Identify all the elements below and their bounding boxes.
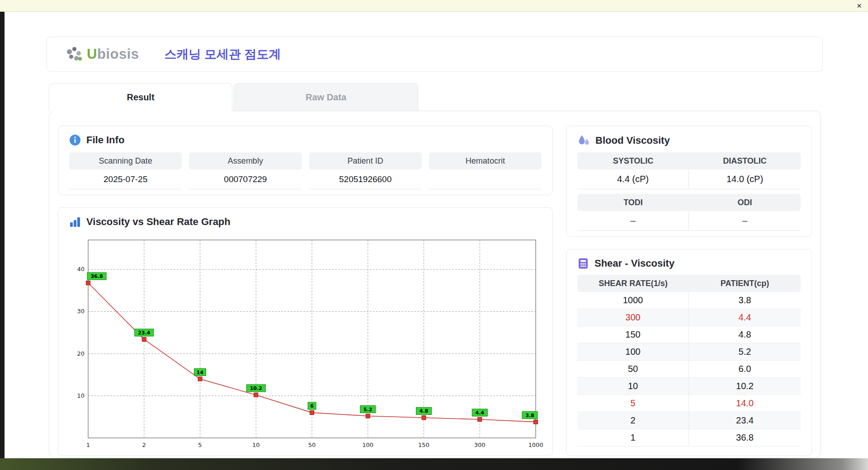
field-label: Patient ID [309, 152, 422, 169]
bar-chart-icon [69, 216, 81, 228]
svg-text:6: 6 [310, 403, 314, 409]
brand-rest: biosis [97, 46, 139, 62]
svg-text:1: 1 [86, 442, 90, 448]
odi-value: – [689, 211, 801, 231]
desktop-background [0, 458, 868, 470]
table-row: 150 4.8 [577, 326, 801, 343]
table-row: 100 5.2 [577, 343, 801, 361]
field-value: 2025-07-25 [69, 169, 182, 189]
odi-header: ODI [689, 194, 801, 211]
ubiosis-logo: Ubiosis [66, 46, 139, 62]
shear-rate-cell: 50 [577, 361, 689, 377]
window-titlebar: × [0, 0, 868, 12]
svg-text:14: 14 [197, 370, 204, 376]
systolic-diastolic-header-row: SYSTOLIC DIASTOLIC 4.4 (cP) 14.0 (cP) [577, 152, 801, 189]
shear-rate-cell: 2 [577, 412, 689, 429]
svg-text:36.8: 36.8 [90, 273, 103, 279]
main-panel: File Info Scanning Date 2025-07-25 Assem… [49, 111, 821, 458]
app-window: Ubiosis 스캐닝 모세관 점도계 Result Raw Data File… [5, 12, 868, 458]
field-hematocrit: Hematocrit [429, 152, 542, 189]
svg-text:4.4: 4.4 [476, 410, 485, 416]
file-info-fields: Scanning Date 2025-07-25 Assembly 000707… [58, 146, 552, 189]
patient-cell: 14.0 [689, 395, 801, 412]
todi-header: TODI [577, 194, 689, 211]
chart-svg: 102030401251050100150300100036.823.41410… [67, 237, 551, 454]
table-row: 10 10.2 [577, 378, 801, 395]
patient-column-header: PATIENT(cp) [689, 275, 801, 292]
graph-title: Viscosity vs Shear Rate Graph [86, 216, 231, 228]
table-row: 1000 3.8 [577, 292, 801, 309]
file-info-title: File Info [86, 134, 124, 146]
svg-text:10: 10 [77, 392, 85, 399]
table-row: 50 6.0 [577, 361, 801, 378]
patient-cell: 5.2 [689, 343, 801, 360]
svg-text:5: 5 [198, 442, 202, 448]
info-icon [69, 134, 81, 146]
brand-initial: U [87, 46, 97, 62]
tab-raw-data[interactable]: Raw Data [234, 83, 418, 111]
svg-text:30: 30 [77, 308, 85, 315]
patient-cell: 36.8 [689, 429, 801, 446]
viscosity-chart: 102030401251050100150300100036.823.41410… [67, 237, 551, 454]
field-value: 52051926600 [309, 169, 422, 189]
shear-viscosity-table: SHEAR RATE(1/s) PATIENT(cp) 1000 3.8 300… [577, 275, 801, 446]
patient-cell: 4.8 [689, 326, 801, 343]
droplet-icon [577, 134, 590, 147]
patient-cell: 6.0 [689, 361, 801, 377]
page-title: 스캐닝 모세관 점도계 [164, 46, 281, 62]
tab-result[interactable]: Result [49, 83, 232, 111]
field-assembly: Assembly 000707229 [189, 152, 302, 189]
brand-name: Ubiosis [87, 46, 139, 62]
field-scanning-date: Scanning Date 2025-07-25 [69, 152, 182, 189]
svg-text:23.4: 23.4 [138, 330, 150, 336]
svg-text:2: 2 [142, 442, 146, 448]
field-label: Assembly [189, 152, 302, 169]
svg-text:50: 50 [308, 442, 316, 448]
viscosity-graph-card: Viscosity vs Shear Rate Graph 1020304012… [58, 207, 553, 456]
shear-rate-column-header: SHEAR RATE(1/s) [577, 275, 689, 292]
svg-text:10: 10 [252, 442, 260, 448]
shear-rate-cell: 1000 [577, 292, 689, 309]
table-row: 5 14.0 [577, 395, 801, 412]
header-card: Ubiosis 스캐닝 모세관 점도계 [47, 37, 823, 72]
svg-text:5.2: 5.2 [363, 407, 373, 413]
blood-viscosity-card: Blood Viscosity SYSTOLIC DIASTOLIC 4.4 (… [566, 126, 812, 237]
blood-viscosity-title: Blood Viscosity [595, 135, 670, 146]
svg-text:100: 100 [362, 442, 373, 448]
field-value: 000707229 [189, 169, 302, 189]
field-label: Scanning Date [69, 152, 182, 169]
svg-text:4.8: 4.8 [420, 408, 429, 414]
shear-rate-cell: 300 [577, 309, 689, 326]
shear-viscosity-card: Shear - Viscosity SHEAR RATE(1/s) PATIEN… [566, 249, 812, 456]
todi-odi-row: TODI ODI – – [577, 194, 801, 231]
field-value [429, 169, 542, 189]
shear-rate-cell: 150 [577, 326, 689, 343]
shear-table-header: SHEAR RATE(1/s) PATIENT(cp) [577, 275, 801, 292]
todi-value: – [577, 211, 689, 231]
svg-text:300: 300 [474, 442, 486, 448]
table-row: 1 36.8 [577, 429, 801, 446]
svg-text:150: 150 [418, 442, 429, 448]
calculator-icon [577, 258, 589, 269]
logo-dots-icon [66, 46, 82, 62]
svg-text:1000: 1000 [528, 442, 543, 448]
patient-cell: 3.8 [689, 292, 801, 309]
shear-rate-cell: 100 [577, 343, 689, 360]
patient-cell: 23.4 [689, 412, 801, 429]
svg-text:20: 20 [77, 350, 85, 357]
svg-text:40: 40 [77, 266, 85, 273]
table-row: 2 23.4 [577, 412, 801, 429]
shear-rate-cell: 10 [577, 378, 689, 395]
field-patient-id: Patient ID 52051926600 [309, 152, 422, 189]
svg-text:3.8: 3.8 [525, 413, 534, 418]
shear-rate-cell: 1 [577, 429, 689, 446]
patient-cell: 4.4 [689, 309, 801, 326]
patient-cell: 10.2 [689, 378, 801, 395]
diastolic-value: 14.0 (cP) [689, 169, 801, 189]
shear-table-body: 1000 3.8 300 4.4 150 4.8 100 5.2 [577, 292, 801, 446]
shear-rate-cell: 5 [577, 395, 689, 412]
systolic-header: SYSTOLIC [577, 152, 689, 169]
diastolic-header: DIASTOLIC [689, 152, 801, 169]
close-icon[interactable]: × [857, 0, 862, 11]
svg-text:10.2: 10.2 [250, 385, 262, 391]
